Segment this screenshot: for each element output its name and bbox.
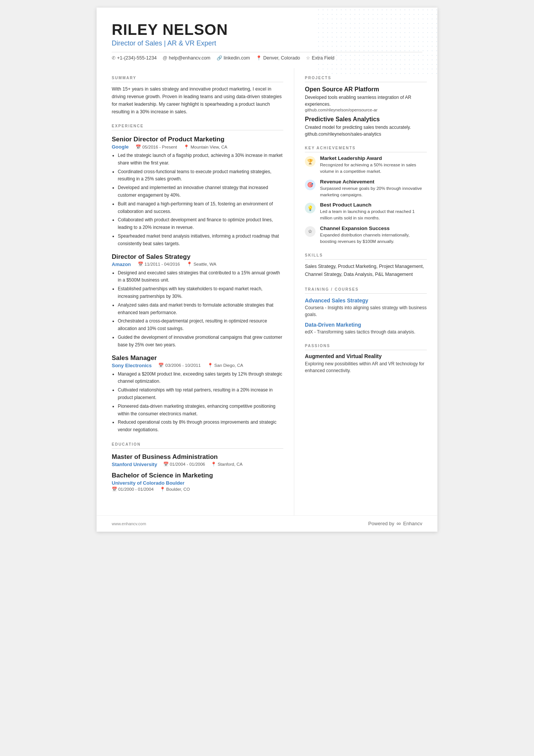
achievement-3-icon: 💡 [305,203,315,213]
achievement-1-content: Market Leadership Award Recognized for a… [320,155,427,175]
course-2: Data-Driven Marketing edX - Transforming… [305,322,427,335]
project-1: Open Source AR Platform Developed tools … [305,86,427,112]
degree-1-school: Stanford University [112,462,157,467]
degree-2-date: 📅 01/2000 - 01/2004 [112,487,154,492]
star-icon: ☆ [306,55,310,61]
cal-icon-edu2: 📅 [112,487,117,491]
course-1-desc: Coursera - Insights into aligning sales … [305,304,427,318]
skills-label: SKILLS [305,253,427,260]
degree-1-loc: 📍 Stanford, CA [211,462,242,467]
email-contact: @ help@enhancv.com [163,55,211,61]
enhancv-logo-icon: ∞ [397,520,401,527]
achievement-1-icon: 🏆 [305,156,315,167]
linkedin-icon: 🔗 [217,55,222,61]
job-2-title: Director of Sales Strategy [112,253,283,261]
job-2-location: 📍 Seattle, WA [187,261,216,267]
achievements-label: KEY ACHIEVEMENTS [305,146,427,152]
job-1-bullets: Led the strategic launch of a flagship p… [112,152,283,248]
experience-section: EXPERIENCE Senior Director of Product Ma… [112,124,283,434]
summary-text: With 15+ years in sales strategy and inn… [112,85,283,116]
list-item: Reduced operational costs by 8% through … [118,419,283,434]
location-icon: 📍 [256,55,262,61]
list-item: Spearheaded market trend analysis initia… [118,233,283,248]
list-item: Built and managed a high-performing team… [118,200,283,216]
project-1-link: github.com/rileynelson/opensource-ar [305,108,427,112]
list-item: Established partnerships with key stakeh… [118,285,283,301]
course-2-desc: edX - Transforming sales tactics through… [305,329,427,335]
job-1-title: Senior Director of Product Marketing [112,136,283,143]
achievement-2: 🎯 Revenue Achievement Surpassed revenue … [305,179,427,199]
skills-section: SKILLS Sales Strategy, Product Marketing… [305,253,427,279]
job-2: Director of Sales Strategy Amazon 📅 11/2… [112,253,283,349]
powered-by-text: Powered by [368,521,394,526]
linkedin-contact: 🔗 linkedin.com [217,55,250,61]
main-content: SUMMARY With 15+ years in sales strategy… [97,68,437,515]
achievement-4-icon: ☆ [305,226,315,237]
degree-2-school: University of Colorado Boulder [112,480,283,486]
degree-2-meta: 📅 01/2000 - 01/2004 📍 Boulder, CO [112,487,283,492]
location-value: Denver, Colorado [263,55,300,61]
bulb-icon: 💡 [307,205,313,211]
job-2-meta: Amazon 📅 11/2011 - 04/2016 📍 Seattle, WA [112,261,283,267]
job-2-company: Amazon [112,261,131,267]
job-1: Senior Director of Product Marketing Goo… [112,136,283,248]
header-section: RILEY NELSON Director of Sales | AR & VR… [97,8,437,68]
education-section: EDUCATION Master of Business Administrat… [112,442,283,492]
course-1-title: Advanced Sales Strategy [305,297,427,304]
pin-icon-1: 📍 [184,144,189,150]
candidate-title: Director of Sales | AR & VR Expert [112,39,422,47]
cal-icon-edu1: 📅 [163,462,169,466]
list-item: Developed and implemented an innovative … [118,184,283,199]
achievement-2-content: Revenue Achievement Surpassed revenue go… [320,179,427,199]
phone-icon: ✆ [112,55,116,61]
pin-icon-3: 📍 [208,363,213,368]
job-2-bullets: Designed and executed sales strategies t… [112,269,283,349]
project-1-title: Open Source AR Platform [305,86,427,93]
list-item: Cultivated relationships with top retail… [118,387,283,402]
target-icon: 🎯 [307,182,313,188]
right-column: PROJECTS Open Source AR Platform Develop… [294,68,437,515]
course-1: Advanced Sales Strategy Coursera - Insig… [305,297,427,318]
list-item: Pioneered data-driven marketing strategi… [118,403,283,418]
job-3-location: 📍 San Diego, CA [208,363,243,368]
list-item: Collaborated with product development an… [118,216,283,232]
passions-label: PASSIONS [305,344,427,350]
extra-contact: ☆ Extra Field [306,55,334,61]
experience-label: EXPERIENCE [112,124,283,130]
job-1-company: Google [112,144,129,150]
pin-icon-edu1: 📍 [211,462,216,466]
resume-wrapper: RILEY NELSON Director of Sales | AR & VR… [97,8,437,532]
skills-text: Sales Strategy, Product Marketing, Proje… [305,263,427,279]
enhancv-branding: Powered by ∞ Enhancv [368,520,422,527]
achievement-4: ☆ Channel Expansion Success Expanded dis… [305,225,427,245]
phone-value: +1-(234)-555-1234 [117,55,157,61]
achievement-3-title: Best Product Launch [320,202,427,208]
passion-1-desc: Exploring new possibilities within AR an… [305,360,427,374]
degree-1-meta: Stanford University 📅 01/2004 - 01/2006 … [112,462,283,467]
extra-value: Extra Field [312,55,334,61]
list-item: Managed a $200M product line, exceeding … [118,371,283,386]
email-icon: @ [163,55,167,61]
achievement-4-desc: Expanded distribution channels internati… [320,232,427,245]
achievements-section: KEY ACHIEVEMENTS 🏆 Market Leadership Awa… [305,146,427,245]
list-item: Guided the development of innovative pro… [118,334,283,349]
achievement-3: 💡 Best Product Launch Led a team in laun… [305,202,427,222]
degree-1: Master of Business Administration Stanfo… [112,453,283,467]
project-2-title: Predictive Sales Analytics [305,116,427,123]
achievement-1-desc: Recognized for achieving a 50% increase … [320,162,427,175]
job-3-bullets: Managed a $200M product line, exceeding … [112,371,283,434]
project-1-desc: Developed tools enabling seamless integr… [305,94,427,108]
passion-1-title: Augmented and Virtual Reality [305,353,427,359]
job-1-location: 📍 Mountain View, CA [184,144,227,150]
calendar-icon-3: 📅 [158,363,164,368]
degree-1-title: Master of Business Administration [112,453,283,461]
training-label: TRAINING / COURSES [305,287,427,294]
passions-section: PASSIONS Augmented and Virtual Reality E… [305,344,427,374]
education-label: EDUCATION [112,442,283,449]
summary-section: SUMMARY With 15+ years in sales strategy… [112,76,283,116]
job-3-date: 📅 03/2006 - 10/2011 [158,363,200,368]
footer: www.enhancv.com Powered by ∞ Enhancv [97,515,437,532]
achievement-4-title: Channel Expansion Success [320,225,427,231]
achievement-1-title: Market Leadership Award [320,155,427,161]
achievement-2-desc: Surpassed revenue goals by 20% through i… [320,185,427,199]
